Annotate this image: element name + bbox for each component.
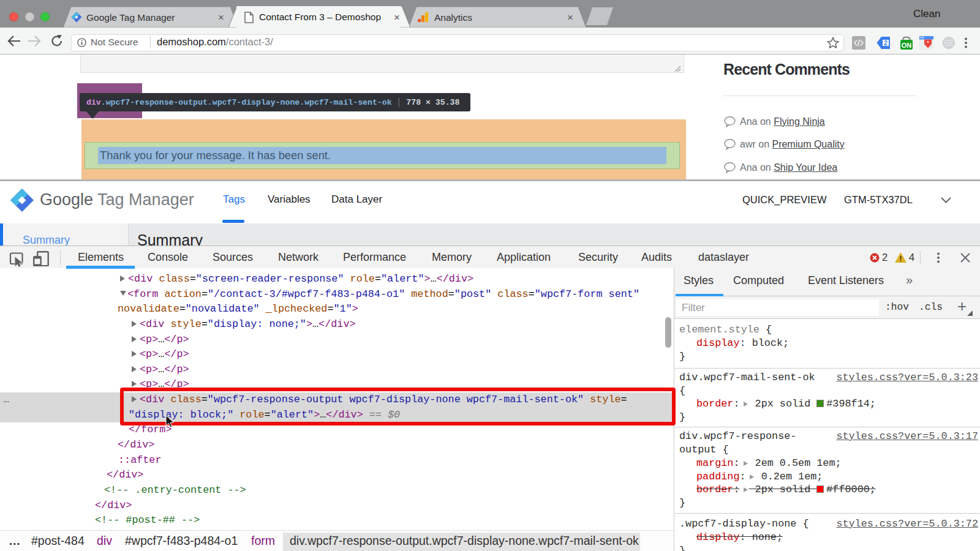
svg-text:ON: ON <box>902 42 912 49</box>
svg-text:2: 2 <box>884 39 888 47</box>
